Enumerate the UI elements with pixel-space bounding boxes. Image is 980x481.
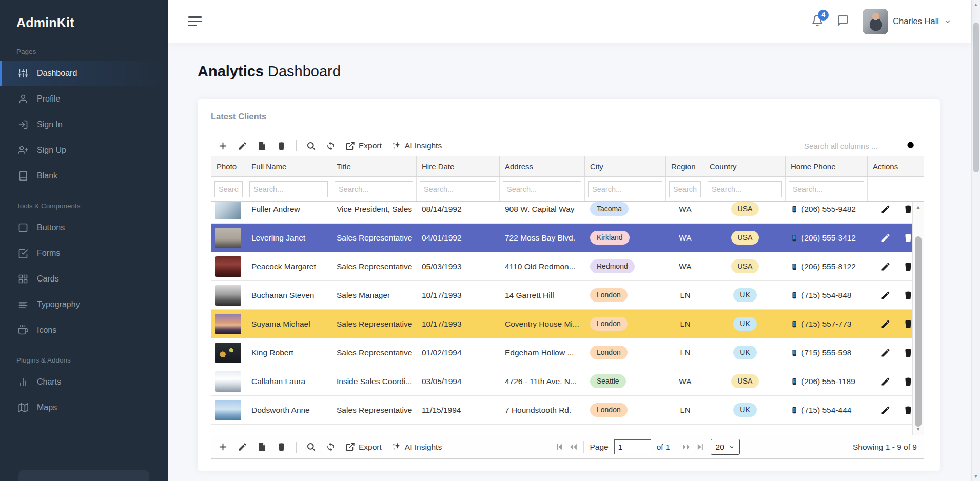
prev-page-button[interactable] (569, 443, 578, 451)
row-delete-button[interactable] (903, 348, 912, 358)
row-delete-button[interactable] (903, 376, 912, 387)
sidebar-item-dashboard[interactable]: Dashboard (0, 61, 168, 86)
sidebar-item-maps[interactable]: Maps (0, 395, 168, 420)
column-header-full-name[interactable]: Full Name (246, 156, 331, 176)
table-row[interactable]: Suyama Michael Sales Representative 10/1… (211, 310, 912, 338)
table-row[interactable]: Callahan Laura Inside Sales Coordi... 03… (211, 367, 912, 396)
filter-country-input[interactable] (708, 181, 782, 197)
showing-summary: Showing 1 - 9 of 9 (853, 443, 917, 452)
row-edit-button[interactable] (880, 376, 891, 387)
row-delete-button[interactable] (903, 405, 912, 415)
row-edit-button[interactable] (880, 290, 891, 300)
user-menu[interactable]: Charles Hall (863, 9, 952, 34)
page-scrollbar[interactable]: ▲ ▼ (971, 0, 980, 481)
hamburger-menu-icon[interactable] (187, 13, 203, 29)
row-edit-button[interactable] (880, 204, 891, 214)
filter-photo-input[interactable] (214, 181, 243, 197)
filter-region-input[interactable] (669, 181, 701, 197)
column-header-photo[interactable]: Photo (211, 156, 246, 176)
row-delete-button[interactable] (903, 290, 912, 300)
filter-address-input[interactable] (503, 181, 581, 197)
row-edit-button[interactable] (880, 319, 891, 329)
page-size-select[interactable]: 20 (711, 439, 740, 455)
filter-city-input[interactable] (588, 181, 662, 197)
filter-title-input[interactable] (335, 181, 413, 197)
last-page-button[interactable] (696, 443, 705, 451)
cell-city: London (585, 317, 666, 331)
copy-row-button-bottom[interactable] (257, 442, 267, 452)
sidebar-item-icons[interactable]: Icons (0, 317, 168, 343)
column-header-address[interactable]: Address (500, 156, 585, 176)
edit-row-button-bottom[interactable] (238, 442, 247, 452)
refresh-button-bottom[interactable] (326, 442, 336, 452)
column-header-region[interactable]: Region (666, 156, 704, 176)
filter-hire-date-input[interactable] (420, 181, 496, 197)
column-header-hire-date[interactable]: Hire Date (417, 156, 500, 176)
column-header-title[interactable]: Title (331, 156, 417, 176)
sidebar-item-charts[interactable]: Charts (0, 369, 168, 395)
app-screen: AdminKit Pages Dashboard Profile Sign In… (0, 0, 980, 481)
sidebar-item-blank[interactable]: Blank (0, 163, 168, 189)
messages-button[interactable] (837, 14, 849, 29)
page-scroll-down-icon[interactable]: ▼ (972, 472, 980, 480)
grid-toolbar-top: Export AI Insights (211, 135, 924, 156)
sidebar-section-plugins: Plugins & Addons (0, 343, 168, 369)
page-scroll-up-icon[interactable]: ▲ (972, 1, 980, 9)
table-row[interactable]: Dodsworth Anne Sales Representative 11/1… (211, 396, 912, 425)
notifications-button[interactable]: 4 (811, 14, 824, 29)
table-scrollbar-thumb[interactable] (915, 236, 922, 427)
delete-row-button-bottom[interactable] (277, 442, 286, 452)
table-row[interactable]: Peacock Margaret Sales Representative 05… (211, 252, 912, 281)
copy-row-button[interactable] (257, 141, 267, 151)
table-scrollbar[interactable]: ▲ ▼ (912, 202, 924, 435)
brand-logo[interactable]: AdminKit (0, 0, 168, 34)
refresh-button[interactable] (326, 141, 336, 151)
add-row-button-bottom[interactable] (218, 442, 228, 452)
search-toggle-button[interactable] (306, 141, 316, 151)
sidebar-item-sign-up[interactable]: Sign Up (0, 137, 168, 163)
row-edit-button[interactable] (880, 348, 891, 358)
grid-icon (18, 274, 28, 284)
row-edit-button[interactable] (880, 405, 891, 415)
table-row[interactable]: Leverling Janet Sales Representative 04/… (211, 224, 912, 252)
row-delete-button[interactable] (903, 319, 912, 329)
city-badge: London (590, 346, 628, 360)
table-row[interactable]: King Robert Sales Representative 01/02/1… (211, 338, 912, 367)
row-delete-button[interactable] (903, 204, 912, 214)
table-row[interactable]: Fuller Andrew Vice President, Sales 08/1… (211, 202, 912, 224)
edit-row-button[interactable] (238, 141, 247, 151)
search-toggle-button-bottom[interactable] (306, 442, 316, 452)
sidebar-item-sign-in[interactable]: Sign In (0, 112, 168, 137)
search-all-columns-input[interactable] (799, 138, 900, 153)
sidebar-item-profile[interactable]: Profile (0, 86, 168, 112)
first-page-button[interactable] (555, 443, 563, 451)
column-header-home-phone[interactable]: Home Phone (786, 156, 868, 176)
row-delete-button[interactable] (903, 233, 912, 243)
search-all-button[interactable] (906, 140, 917, 151)
export-button[interactable]: Export (345, 141, 382, 151)
scroll-down-icon[interactable]: ▼ (913, 425, 924, 434)
page-scrollbar-thumb[interactable] (973, 23, 979, 172)
column-header-city[interactable]: City (585, 156, 666, 176)
filter-home-phone-input[interactable] (789, 181, 864, 197)
delete-row-button[interactable] (277, 141, 286, 151)
row-edit-button[interactable] (880, 262, 891, 272)
scroll-up-icon[interactable]: ▲ (913, 203, 924, 212)
sidebar-item-label: Maps (37, 403, 57, 412)
sidebar-item-buttons[interactable]: Buttons (0, 215, 168, 240)
add-row-button[interactable] (218, 141, 228, 151)
row-edit-button[interactable] (880, 233, 891, 243)
filter-full-name-input[interactable] (249, 181, 328, 197)
sidebar-item-typography[interactable]: Typography (0, 292, 168, 317)
sidebar-item-forms[interactable]: Forms (0, 240, 168, 266)
table-row[interactable]: Buchanan Steven Sales Manager 10/17/1993… (211, 281, 912, 310)
sidebar-item-cards[interactable]: Cards (0, 266, 168, 292)
column-header-country[interactable]: Country (704, 156, 786, 176)
ai-insights-button[interactable]: AI Insights (391, 141, 442, 151)
next-page-button[interactable] (682, 443, 691, 451)
page-number-input[interactable] (614, 439, 651, 454)
ai-insights-button-bottom[interactable]: AI Insights (391, 442, 442, 452)
sidebar-section-tools: Tools & Components (0, 189, 168, 215)
row-delete-button[interactable] (903, 262, 912, 272)
export-button-bottom[interactable]: Export (345, 442, 382, 452)
